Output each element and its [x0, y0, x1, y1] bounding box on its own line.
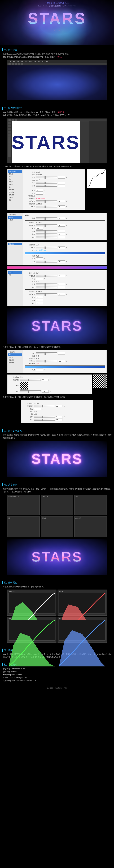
- go-scale-input[interactable]: [58, 260, 65, 263]
- style-item-grad[interactable]: 渐变叠加: [8, 243, 22, 245]
- is-size-input[interactable]: [58, 236, 65, 238]
- ig-src-value[interactable]: 边缘: [34, 413, 37, 415]
- style-item[interactable]: 颜色叠加: [8, 188, 22, 191]
- style-item[interactable]: 投影: [8, 274, 22, 276]
- style-item-bevel[interactable]: 斜面和浮雕: [8, 170, 22, 173]
- stroke-gradient-preview[interactable]: [25, 365, 105, 368]
- is-angle-input[interactable]: [36, 227, 43, 229]
- is-dist-slider[interactable]: [36, 230, 57, 232]
- is-choke-input[interactable]: [58, 233, 65, 236]
- go-grad-note[interactable]: 点击查看 图 3-2: [36, 249, 46, 251]
- ds-angle-input[interactable]: [36, 296, 43, 299]
- bevel-style-value[interactable]: 内斜面: [36, 172, 40, 173]
- depth-input[interactable]: [58, 176, 65, 179]
- is-mode-value[interactable]: 正片叠底: [36, 222, 42, 224]
- curves-blue-graph[interactable]: [59, 620, 106, 641]
- style-item[interactable]: 外发光: [8, 196, 22, 199]
- ig-opac-input[interactable]: [56, 405, 63, 407]
- is-choke-slider[interactable]: [36, 233, 57, 235]
- st-opac-slider[interactable]: [36, 360, 57, 362]
- style-item[interactable]: 图案叠加: [8, 193, 22, 196]
- pt-opac-slider[interactable]: [20, 379, 41, 381]
- st-angle-input[interactable]: [36, 369, 43, 371]
- st-fill-value[interactable]: 渐变: [36, 363, 39, 365]
- style-item[interactable]: 纹理: [8, 175, 22, 178]
- size-slider[interactable]: [36, 182, 57, 184]
- go-scale-slider[interactable]: [36, 261, 57, 262]
- is-opac-slider[interactable]: [36, 224, 57, 226]
- go-opac-slider[interactable]: [36, 247, 57, 248]
- ig-noise-input[interactable]: [34, 408, 41, 410]
- hopac-input[interactable]: [58, 200, 65, 203]
- og-noise-input[interactable]: [36, 278, 43, 280]
- hopac-slider[interactable]: [36, 200, 57, 202]
- og-mode-value[interactable]: 滤色: [36, 272, 39, 274]
- style-item-stroke[interactable]: 描边: [8, 353, 22, 356]
- og-opac-slider[interactable]: [36, 275, 57, 277]
- style-item[interactable]: 内阴影: [8, 181, 22, 183]
- pt-scale-input[interactable]: [42, 390, 49, 393]
- ds-opac-input[interactable]: [58, 293, 65, 296]
- soft-slider[interactable]: [36, 185, 57, 187]
- style-item[interactable]: 光泽: [8, 186, 22, 188]
- st-size-slider[interactable]: [36, 352, 57, 354]
- depth-slider[interactable]: [36, 177, 57, 178]
- ig-mode-value[interactable]: 正片叠底: [34, 402, 39, 404]
- ig-tech-value[interactable]: 柔和: [34, 411, 37, 413]
- is-dist-input[interactable]: [58, 230, 65, 232]
- gloss-contour-editor[interactable]: [87, 169, 106, 188]
- style-item[interactable]: 投影: [8, 199, 22, 202]
- ds-opac-slider[interactable]: [36, 293, 57, 295]
- og-opac-input[interactable]: [58, 275, 65, 277]
- range-input[interactable]: [58, 217, 65, 219]
- style-item[interactable]: 内发光: [8, 183, 22, 186]
- go-style-value[interactable]: 线性: [36, 255, 39, 257]
- gradient-editor-preview[interactable]: [7, 266, 107, 269]
- st-opac-input[interactable]: [58, 360, 65, 362]
- curves-rgb-graph[interactable]: [8, 593, 55, 614]
- og-spread-slider[interactable]: [36, 283, 57, 285]
- pattern-swatch[interactable]: [20, 381, 28, 390]
- style-item-contour[interactable]: 等高线: [8, 216, 22, 219]
- pt-mode-value[interactable]: 叠加: [20, 376, 23, 378]
- style-item[interactable]: 内阴影: [8, 219, 22, 221]
- ds-size-input[interactable]: [36, 302, 43, 304]
- go-opac-input[interactable]: [58, 246, 65, 249]
- style-item[interactable]: 内阴影: [8, 356, 22, 359]
- pt-opac-input[interactable]: [42, 379, 49, 381]
- sopac-input[interactable]: [58, 205, 65, 208]
- ig-size-slider[interactable]: [34, 419, 55, 421]
- bevel-hmode-value[interactable]: 线性减淡(添加): [36, 197, 45, 199]
- style-item[interactable]: 图案叠加: [8, 361, 22, 364]
- ig-choke-slider[interactable]: [34, 416, 55, 418]
- go-angle-input[interactable]: [36, 257, 43, 260]
- angle-input[interactable]: [36, 189, 43, 192]
- style-item[interactable]: 斜面和浮雕: [8, 351, 22, 353]
- bevel-tech-value[interactable]: 雕刻清晰: [36, 174, 42, 176]
- gradient-preview-blue[interactable]: [25, 252, 105, 254]
- bevel-smode-value[interactable]: 正片叠底: [36, 203, 42, 205]
- dir-up[interactable]: 上: [36, 179, 38, 181]
- is-opac-input[interactable]: [58, 224, 65, 226]
- style-item-ogl[interactable]: 外发光: [8, 271, 22, 274]
- ds-mode-value[interactable]: 正片叠底: [36, 290, 42, 292]
- ig-choke-input[interactable]: [56, 415, 63, 418]
- is-size-slider[interactable]: [36, 236, 57, 238]
- style-item[interactable]: 等高线: [8, 173, 22, 175]
- style-item[interactable]: 斜面和浮雕: [8, 214, 22, 216]
- ds-dist-input[interactable]: [36, 299, 43, 301]
- style-item[interactable]: 描边: [8, 178, 22, 181]
- sopac-slider[interactable]: [36, 206, 57, 208]
- size-input[interactable]: [58, 182, 65, 184]
- st-size-input[interactable]: [58, 352, 65, 354]
- go-mode-value[interactable]: 正常: [36, 244, 39, 246]
- curves-green-graph[interactable]: [8, 620, 55, 641]
- og-size-slider[interactable]: [36, 286, 57, 288]
- range-slider[interactable]: [36, 217, 57, 219]
- soft-input[interactable]: [58, 185, 65, 187]
- alt-input[interactable]: [36, 192, 43, 195]
- og-tech-value[interactable]: 柔和: [36, 281, 39, 282]
- ig-size-input[interactable]: [56, 418, 63, 421]
- curves-red-graph[interactable]: [59, 593, 106, 614]
- st-mode-value[interactable]: 正常: [36, 358, 39, 359]
